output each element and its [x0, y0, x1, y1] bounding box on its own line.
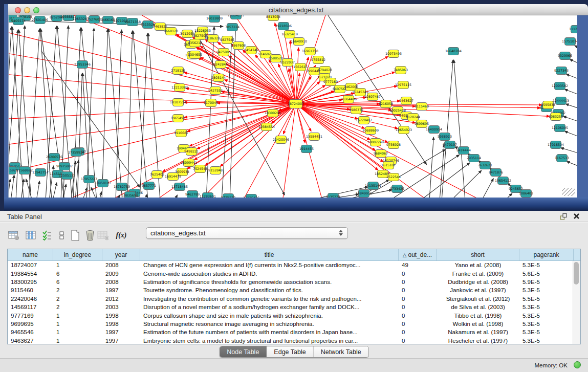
network-node[interactable]: 1304655 [188, 51, 202, 59]
network-node[interactable]: 1965493 [171, 115, 185, 122]
network-window-titlebar[interactable]: citations_edges.txt [4, 4, 588, 15]
network-node[interactable]: 7625402 [150, 171, 164, 179]
network-node[interactable]: 1595838 [541, 101, 555, 109]
create-table-icon[interactable] [70, 230, 81, 241]
network-node[interactable]: 9466160 [101, 16, 115, 24]
float-panel-icon[interactable] [560, 213, 568, 221]
network-node[interactable]: 7524548 [193, 165, 207, 173]
network-node[interactable]: 27691406 [32, 16, 48, 24]
column-chooser-icon[interactable] [26, 230, 37, 241]
table-row[interactable]: 911546021997Tourette syndrome. Phenomeno… [8, 286, 580, 294]
close-panel-icon[interactable] [573, 212, 581, 221]
network-node[interactable]: 15325419 [281, 31, 298, 38]
column-header-in-degree[interactable]: in_degree [53, 249, 102, 260]
network-node[interactable]: 12975115 [395, 81, 411, 89]
network-node[interactable]: 4356212 [188, 39, 202, 47]
network-node[interactable]: 16099441 [181, 159, 197, 167]
network-node[interactable]: 9475985 [216, 49, 231, 56]
network-node[interactable]: 8471876 [489, 169, 503, 177]
network-node[interactable]: 1914455 [299, 145, 314, 153]
network-node[interactable]: 20364486 [340, 96, 357, 103]
network-node[interactable]: 16648784 [445, 48, 462, 55]
network-node[interactable]: 7485063 [394, 67, 408, 74]
network-node[interactable]: 5938923 [438, 133, 452, 141]
network-node[interactable]: 12942757 [32, 169, 49, 177]
network-view-canvas[interactable]: 1931564997815494055742769140682520661956… [8, 15, 577, 198]
network-node[interactable]: 10654112 [495, 177, 511, 185]
table-row[interactable]: 969969511998Structural magnetic resonanc… [8, 320, 580, 328]
network-node[interactable]: 8454749 [244, 47, 258, 54]
network-node[interactable]: 8725120 [221, 194, 235, 198]
table-row[interactable]: 1938455462009Genome-wide association stu… [8, 269, 580, 277]
network-node[interactable]: 9756928 [386, 141, 401, 149]
column-header-pagerank[interactable]: pagerank [519, 249, 574, 260]
network-node[interactable]: 7857224 [225, 24, 239, 31]
column-header-out-de-[interactable]: △out_de... [399, 249, 437, 260]
network-node[interactable]: 9660128 [164, 28, 178, 35]
network-node[interactable]: 2867608 [231, 42, 246, 50]
network-node[interactable]: 3912954 [180, 30, 194, 38]
column-header-short[interactable]: short [437, 249, 519, 260]
network-node[interactable]: 12106095 [552, 124, 568, 132]
network-node[interactable]: 9427552 [208, 87, 223, 95]
network-node[interactable]: 9474444 [456, 147, 471, 155]
network-node[interactable]: 10688609 [362, 127, 379, 135]
table-row[interactable]: 977716911998Corpus callosum shape and si… [8, 311, 580, 319]
network-node[interactable]: 20684231 [228, 15, 244, 19]
table-row[interactable]: 1456911722003Disruption of a novel membe… [8, 303, 580, 311]
network-node[interactable]: 14849956 [356, 190, 372, 198]
column-header-name[interactable]: name [8, 249, 53, 260]
network-node[interactable]: 9405574 [11, 17, 26, 25]
column-header-year[interactable]: year [102, 249, 140, 260]
table-row[interactable]: 946362711997Embryonic stem cells: a mode… [8, 337, 580, 345]
tab-edge-table[interactable]: Edge Table [267, 346, 313, 357]
network-node[interactable]: 9152848 [208, 167, 223, 174]
network-node[interactable]: 1916682 [174, 129, 188, 137]
network-node[interactable]: 9733426 [390, 185, 404, 193]
row-height-icon[interactable] [56, 230, 68, 241]
network-node[interactable]: 13584451 [306, 133, 322, 141]
network-node[interactable]: 13718485 [171, 183, 188, 191]
network-node[interactable]: 1170044 [204, 99, 218, 107]
network-node[interactable]: 16033809 [206, 15, 223, 23]
network-node[interactable]: 17135426 [243, 194, 259, 198]
network-node[interactable]: 16400954 [426, 126, 442, 134]
window-resize-grip[interactable] [562, 188, 575, 196]
network-node[interactable]: 2522544 [386, 173, 401, 181]
network-node[interactable]: 9227343 [554, 67, 569, 75]
network-node[interactable]: 7986372 [349, 106, 363, 114]
network-node[interactable]: 21953346 [74, 61, 91, 69]
network-node[interactable]: 7632621 [478, 162, 492, 169]
network-node[interactable]: 9498221 [184, 148, 199, 156]
memory-indicator[interactable] [574, 361, 581, 368]
network-node[interactable]: 2803144 [211, 74, 226, 82]
network-node[interactable]: 1527602 [87, 16, 101, 24]
network-node[interactable]: 11283601 [200, 193, 216, 198]
network-node[interactable]: 8186328 [206, 35, 220, 42]
network-node[interactable]: 19218506 [275, 23, 292, 30]
network-node[interactable]: 8813054 [266, 15, 280, 21]
network-node[interactable]: 9699695 [415, 120, 429, 128]
network-node[interactable]: 9857771 [142, 182, 156, 190]
network-node[interactable]: 9827546 [220, 36, 234, 44]
network-node[interactable]: 1112345 [569, 26, 577, 33]
network-node[interactable]: 15720407 [356, 117, 372, 124]
network-node[interactable]: 9755812 [311, 56, 325, 64]
network-node[interactable]: 9463627 [399, 97, 413, 105]
tab-network-table[interactable]: Network Table [314, 346, 368, 357]
network-node[interactable]: 19654923 [396, 126, 412, 134]
network-node[interactable]: 1562615 [293, 63, 308, 71]
network-node[interactable]: 15751074 [562, 38, 577, 46]
network-node[interactable]: 17016504 [548, 141, 564, 149]
network-node[interactable]: 9135224 [326, 193, 340, 198]
table-row[interactable]: 1830029562008Estimation of significance … [8, 278, 580, 286]
tab-node-table[interactable]: Node Table [220, 346, 267, 357]
network-node[interactable]: 1615182 [381, 162, 396, 169]
network-node[interactable]: 9329966 [558, 52, 572, 60]
select-rows-icon[interactable] [41, 230, 53, 241]
network-node[interactable]: 9827508 [193, 32, 207, 40]
network-node[interactable]: 22420046 [273, 136, 289, 144]
network-node[interactable]: 2718126 [171, 67, 185, 75]
network-node[interactable]: 9462789 [185, 191, 200, 198]
network-node[interactable]: 1167533 [555, 155, 569, 162]
